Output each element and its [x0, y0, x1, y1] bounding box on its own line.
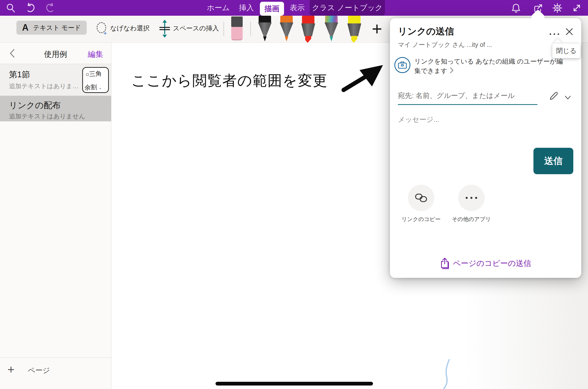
- chevron-right-icon: [450, 67, 454, 74]
- page-title: 第1節: [9, 69, 30, 80]
- chevron-down-icon[interactable]: [563, 93, 572, 102]
- notifications-bell-icon[interactable]: [511, 3, 521, 13]
- thumbnail-ink-text: 余割．: [84, 82, 103, 92]
- insert-space-icon[interactable]: [159, 20, 170, 36]
- more-options-ellipsis-icon[interactable]: [547, 29, 561, 39]
- insert-space-label[interactable]: スペースの挿入: [173, 24, 219, 33]
- add-page-button[interactable]: + ページ: [0, 361, 111, 377]
- link-permission-setting[interactable]: リンクを知っている あなたの組織 のユーザーが編集できます: [414, 57, 569, 76]
- tab-insert[interactable]: 挿入: [238, 0, 255, 16]
- message-input[interactable]: メッセージ...: [398, 115, 547, 124]
- pencil-edit-icon[interactable]: [548, 91, 558, 101]
- send-link-dialog: リンクの送信 マイ ノートブック さん ...ity of ... 閉じる リン…: [390, 18, 581, 278]
- pen-rainbow[interactable]: [323, 16, 339, 42]
- text-mode-button[interactable]: A テキスト モード: [16, 21, 87, 35]
- text-mode-a-icon: A: [22, 22, 29, 33]
- recipient-input[interactable]: 宛先: 名前、グループ、またはメール: [398, 91, 537, 100]
- more-apps-button[interactable]: [458, 185, 485, 211]
- marker-red[interactable]: [300, 16, 316, 42]
- page-list-sidebar: 使用例 編集 第1節 追加テキストはありま… ○三角 余割． リンクの配布 追加…: [0, 43, 111, 389]
- settings-gear-icon[interactable]: [552, 3, 563, 13]
- dialog-subtitle-notebook-scope: マイ ノートブック さん ...ity of ...: [398, 41, 492, 49]
- dialog-title: リンクの送信: [398, 25, 454, 38]
- page-list-item-selected[interactable]: リンクの配布 追加テキストはありません: [0, 96, 111, 121]
- recipient-input-underline: [398, 104, 537, 105]
- link-chain-icon: [415, 192, 428, 203]
- close-icon[interactable]: [564, 27, 574, 37]
- tab-view[interactable]: 表示: [289, 0, 305, 16]
- lasso-select-label[interactable]: なげなわ選択: [110, 24, 149, 33]
- send-page-copy-button[interactable]: ページのコピーの送信: [390, 256, 581, 270]
- toolbar-divider: [223, 22, 224, 36]
- canvas-annotation-text: ここから閲覧者の範囲を変更: [131, 71, 328, 90]
- tab-home[interactable]: ホーム: [207, 0, 230, 16]
- add-page-label: ページ: [28, 366, 50, 376]
- ellipsis-icon: [466, 197, 477, 199]
- share-page-icon: [440, 257, 449, 269]
- ink-stroke-blue: [440, 359, 457, 389]
- text-mode-label: テキスト モード: [33, 23, 81, 32]
- app-top-bar: ホーム 挿入 描画 表示 クラス ノートブック: [0, 0, 588, 16]
- page-list-item[interactable]: 第1節 追加テキストはありま… ○三角 余割．: [0, 64, 111, 96]
- pen-orange[interactable]: [279, 16, 294, 42]
- sidebar-header: 使用例 編集: [0, 43, 111, 64]
- canvas-annotation-arrow: [340, 62, 387, 94]
- page-subtitle: 追加テキストはありません: [9, 112, 85, 120]
- sidebar-divider: [0, 357, 111, 358]
- close-tooltip: 閉じる: [552, 44, 580, 58]
- tab-class-notebook[interactable]: クラス ノートブック: [310, 0, 385, 16]
- plus-icon: +: [7, 363, 14, 376]
- page-title: リンクの配布: [9, 100, 61, 111]
- tab-draw-active[interactable]: 描画: [260, 2, 284, 16]
- briefcase-organization-icon[interactable]: [394, 57, 410, 73]
- add-pen-button[interactable]: +: [368, 19, 386, 38]
- fullscreen-expand-icon[interactable]: [572, 3, 582, 13]
- search-icon[interactable]: [5, 3, 16, 13]
- copy-link-label: リンクのコピー: [396, 216, 446, 223]
- page-subtitle: 追加テキストはありま…: [9, 82, 79, 90]
- redo-icon[interactable]: [45, 3, 55, 13]
- send-page-copy-label: ページのコピーの送信: [453, 258, 531, 269]
- lasso-plus-icon: +: [103, 30, 107, 37]
- page-thumbnail: ○三角 余割．: [82, 67, 109, 93]
- toolbar-divider: [250, 22, 251, 36]
- send-button[interactable]: 送信: [533, 148, 573, 174]
- copy-link-button[interactable]: [408, 185, 434, 211]
- pen-black[interactable]: [257, 16, 273, 42]
- edit-button[interactable]: 編集: [88, 49, 103, 60]
- eraser-tool[interactable]: [231, 16, 243, 41]
- undo-icon[interactable]: [25, 3, 36, 13]
- more-apps-label: その他のアプリ: [446, 216, 496, 223]
- thumbnail-ink-text: ○三角: [85, 69, 102, 78]
- highlighter-yellow[interactable]: [346, 16, 362, 42]
- home-indicator-bar[interactable]: [216, 382, 373, 386]
